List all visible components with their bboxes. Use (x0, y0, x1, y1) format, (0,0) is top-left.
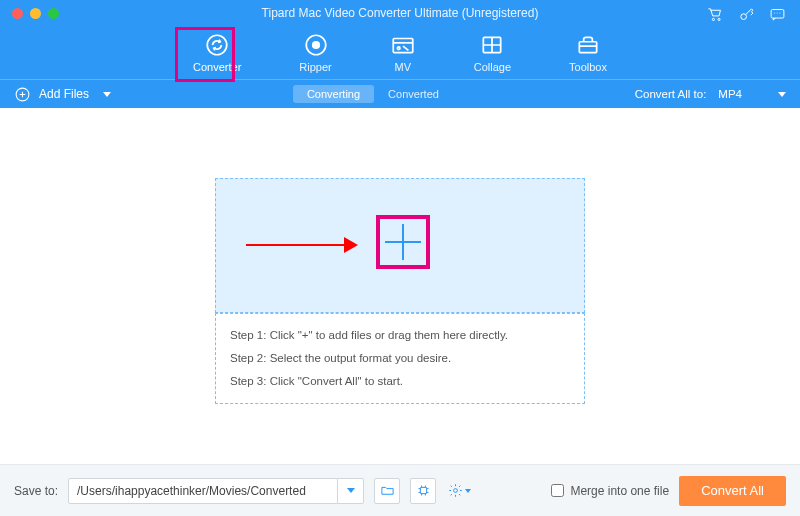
plus-circle-icon (14, 86, 31, 103)
mv-icon (390, 32, 416, 58)
instruction-step-1: Step 1: Click "+" to add files or drag t… (230, 324, 570, 347)
merge-into-one-file-checkbox[interactable]: Merge into one file (551, 484, 669, 498)
segment-converting[interactable]: Converting (293, 85, 374, 103)
svg-rect-10 (579, 42, 596, 53)
convert-all-to-label: Convert All to: (635, 88, 707, 100)
main-tab-bar: Converter Ripper MV Collage Toolbox (0, 32, 800, 79)
instruction-step-2: Step 2: Select the output format you des… (230, 347, 570, 370)
file-dropzone[interactable] (215, 178, 585, 313)
window-title: Tipard Mac Video Converter Ultimate (Unr… (0, 6, 800, 20)
settings-button[interactable] (446, 478, 472, 504)
chevron-down-icon (347, 488, 355, 493)
chat-icon[interactable] (769, 6, 786, 27)
segment-control: Converting Converted (293, 85, 453, 103)
instructions-panel: Step 1: Click "+" to add files or drag t… (215, 313, 585, 404)
tab-label: Ripper (299, 61, 331, 73)
chevron-down-icon[interactable] (103, 92, 111, 97)
svg-point-6 (312, 42, 319, 49)
chevron-down-icon (778, 92, 786, 97)
svg-rect-7 (393, 39, 413, 53)
instruction-step-3: Step 3: Click "Convert All" to start. (230, 370, 570, 393)
save-to-label: Save to: (14, 484, 58, 498)
save-path-dropdown[interactable] (338, 478, 364, 504)
chevron-down-icon (465, 489, 471, 493)
tab-toolbox[interactable]: Toolbox (569, 32, 607, 73)
add-file-plus-icon[interactable] (385, 224, 421, 260)
svg-rect-12 (420, 487, 426, 493)
tab-label: Converter (193, 61, 241, 73)
svg-point-4 (207, 35, 227, 55)
tab-label: MV (394, 61, 411, 73)
tab-label: Toolbox (569, 61, 607, 73)
gear-icon (448, 483, 463, 498)
convert-all-button[interactable]: Convert All (679, 476, 786, 506)
hardware-accel-button[interactable] (410, 478, 436, 504)
merge-checkbox-input[interactable] (551, 484, 564, 497)
svg-point-1 (718, 18, 720, 20)
folder-icon (380, 483, 395, 498)
tab-mv[interactable]: MV (390, 32, 416, 73)
open-folder-button[interactable] (374, 478, 400, 504)
tab-label: Collage (474, 61, 511, 73)
collage-icon (479, 32, 505, 58)
ripper-icon (303, 32, 329, 58)
output-format-value: MP4 (718, 88, 742, 100)
converter-icon (204, 32, 230, 58)
annotation-arrow (246, 237, 366, 253)
add-files-button[interactable]: Add Files (14, 86, 111, 103)
tab-converter[interactable]: Converter (193, 32, 241, 73)
svg-point-2 (741, 14, 747, 20)
svg-point-8 (397, 47, 400, 50)
svg-point-13 (453, 489, 457, 493)
chip-icon (416, 483, 431, 498)
key-icon[interactable] (738, 6, 755, 27)
toolbox-icon (575, 32, 601, 58)
add-files-label: Add Files (39, 87, 89, 101)
svg-point-0 (712, 18, 714, 20)
svg-rect-3 (771, 10, 784, 19)
tab-collage[interactable]: Collage (474, 32, 511, 73)
annotation-highlight-plus (376, 215, 430, 269)
output-format-dropdown[interactable]: MP4 (718, 88, 786, 100)
merge-label: Merge into one file (570, 484, 669, 498)
cart-icon[interactable] (707, 6, 724, 27)
tab-ripper[interactable]: Ripper (299, 32, 331, 73)
save-path-input[interactable] (68, 478, 338, 504)
segment-converted[interactable]: Converted (374, 85, 453, 103)
